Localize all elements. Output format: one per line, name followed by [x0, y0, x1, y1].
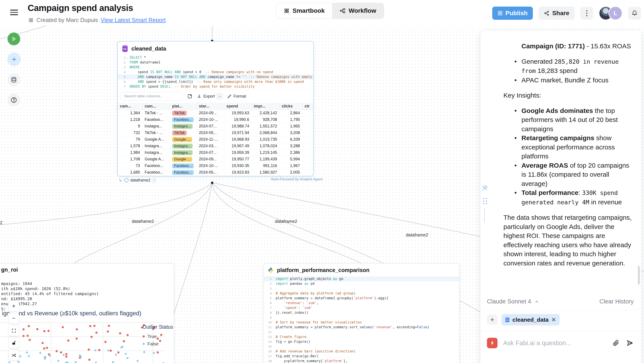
notifications-button[interactable] — [628, 7, 641, 20]
more-menu-button[interactable] — [580, 7, 593, 20]
context-chip-cleaned-data[interactable]: SQL cleaned_data ✕ — [502, 314, 560, 325]
attach-file-button[interactable] — [612, 339, 620, 346]
fit-view-button[interactable] — [8, 325, 19, 336]
fabi-workflow-app: dataframe2dataframe2dataframe22 Campaign… — [0, 0, 644, 363]
code-line[interactable]: 2import pandas as pd — [264, 281, 459, 286]
table-row[interactable]: 1,578Instagra...Instagra...2024-03...19,… — [118, 143, 313, 149]
code-line[interactable]: 7 'spend': 'sum' — [264, 305, 459, 310]
smart-report-link[interactable]: View Latest Smart Report — [100, 17, 166, 24]
clear-history-button[interactable]: Clear History — [600, 298, 634, 305]
platform-pill: Faceboo... — [172, 170, 194, 175]
expand-table-icon[interactable] — [187, 94, 192, 99]
code-line[interactable]: 1⌄SELECT * — [118, 55, 313, 60]
code-line[interactable]: 9 — [264, 315, 459, 320]
legend-dot-false — [142, 343, 145, 345]
play-icon — [11, 36, 17, 42]
publish-button[interactable]: Publish — [492, 7, 533, 20]
code-line[interactable]: 11platform_summary = platform_summary.so… — [264, 325, 459, 329]
download-icon — [197, 94, 202, 99]
lock-button[interactable] — [8, 337, 19, 348]
code-line[interactable]: 17fig.add_trace(go.Bar( — [264, 354, 459, 358]
node-title: platform_performance_comparison — [277, 267, 370, 273]
export-button[interactable]: Export — [197, 93, 223, 99]
chat-scrollbar[interactable] — [638, 266, 640, 284]
column-header[interactable]: plat... — [170, 103, 196, 110]
column-header[interactable]: clicks — [280, 103, 302, 110]
column-header[interactable]: spend — [224, 103, 252, 110]
platform-pill: TikTok — [172, 131, 187, 135]
tab-workflow[interactable]: Workflow — [332, 3, 384, 19]
column-header[interactable]: cam... — [118, 103, 142, 110]
menu-icon[interactable] — [10, 10, 18, 15]
tab-smartbook[interactable]: Smartbook — [276, 3, 332, 19]
code-line[interactable]: 10# Sort by revenue for better visualiza… — [264, 320, 459, 325]
share-button[interactable]: Share — [538, 7, 574, 20]
table-row[interactable]: 1,364TikTok - ...TikTok2024-09...19,993.… — [118, 110, 313, 117]
code-line[interactable]: 5⌄platform_summary = dataframe2.groupby(… — [264, 296, 459, 301]
code-line[interactable]: 3WHERE — [118, 65, 313, 70]
code-line[interactable]: 6 AND spend > {{spend_limit}} -- Keep on… — [118, 79, 313, 84]
export-options-chevron[interactable] — [216, 93, 223, 99]
code-line[interactable]: 7ORDER BY spend DESC; -- Order by spend … — [118, 84, 313, 89]
code-line[interactable]: 14fig = go.Figure() — [264, 339, 459, 344]
zoom-in-button[interactable]: + — [8, 301, 19, 311]
code-line[interactable]: 1import plotly.graph_objects as go — [264, 276, 459, 281]
column-header[interactable]: cam... — [142, 103, 170, 110]
column-header[interactable]: ctr — [302, 103, 313, 110]
drag-handle-icon[interactable]: ⁞ — [153, 178, 156, 183]
table-row[interactable]: 1,218Faceboo...Faceboo...2024-10-...19,9… — [118, 117, 313, 123]
unpin-panel-icon[interactable] — [481, 184, 488, 192]
data-sources-button[interactable] — [8, 73, 20, 86]
add-node-button[interactable] — [8, 53, 21, 66]
send-button[interactable] — [626, 339, 634, 347]
add-context-button[interactable]: + — [487, 314, 498, 325]
run-workflow-button[interactable] — [8, 33, 20, 45]
code-line[interactable]: 4 spend IS NOT NULL AND spend > 0 -- Rem… — [118, 70, 313, 75]
table-row[interactable]: 1,685Faceboo...Faceboo...2024-05...19,92… — [118, 169, 313, 176]
remove-chip-icon[interactable]: ✕ — [551, 316, 556, 323]
table-row[interactable]: 79Google A...Google ...2024-11-...19,968… — [118, 136, 313, 143]
column-header[interactable]: star... — [196, 103, 224, 110]
code-line[interactable]: 6 'revenue': 'sum', — [264, 301, 459, 305]
output-dataframe-label[interactable]: dataframe2 — [130, 178, 150, 183]
panel-drag-handle[interactable] — [482, 197, 488, 205]
legend-item[interactable]: True — [142, 333, 173, 340]
node-platform-performance[interactable]: platform_performance_comparison 1import … — [264, 263, 460, 363]
sql-code-editor[interactable]: 1⌄SELECT *2FROM dataframe13WHERE4 spend … — [118, 53, 313, 89]
chat-transcript[interactable]: Campaign (ID: 1771) - 15.63x ROAS•Genera… — [480, 36, 638, 301]
table-row[interactable]: 732TikTok - ...TikTok2024-05...19,971.94… — [118, 130, 313, 136]
table-row[interactable]: 1,984Instagra...Instagra...2024-07...19,… — [118, 149, 313, 156]
table-row[interactable]: 1,708Google A...Google ...2024-09...19,9… — [118, 156, 313, 163]
shuffle-button[interactable] — [8, 350, 19, 360]
header-actions: Publish Share L — [492, 6, 641, 20]
zoom-out-button[interactable]: − — [8, 313, 19, 324]
auto-focus-badge: Auto-Focused by Analyst Agent — [270, 177, 323, 182]
sql-chip-icon: SQL — [505, 317, 510, 322]
atom-icon — [284, 8, 290, 14]
legend-item[interactable]: False — [142, 340, 173, 348]
code-line[interactable]: 18 y=platform_summary['platform'], — [264, 358, 459, 363]
code-line[interactable]: 15 — [264, 344, 459, 349]
search-input[interactable]: Search table columns... — [121, 92, 183, 101]
code-line[interactable]: 8}).reset_index() — [264, 310, 459, 315]
avatar[interactable]: L — [608, 6, 622, 20]
code-line[interactable]: 2FROM dataframe1 — [118, 60, 313, 65]
panel-resize-indicator[interactable] — [484, 208, 485, 223]
result-table[interactable]: cam...cam...plat...star...spendimpr...cl… — [118, 103, 313, 176]
code-line[interactable]: 13# Create figure — [264, 334, 459, 339]
code-line[interactable]: 16# Add revenue bars (positive direction… — [264, 349, 459, 354]
node-campaign-roi[interactable]: gn_roi mpaigns: 1944 ith ≥$10k spend: 10… — [0, 263, 174, 363]
model-selector[interactable]: Claude Sonnet 4 — [487, 298, 539, 305]
code-line[interactable]: 3 — [264, 286, 459, 291]
help-button[interactable] — [8, 94, 20, 106]
table-row[interactable]: 9Instagra...Instagra...2024-07...19,988.… — [118, 123, 313, 130]
code-line[interactable]: 5 AND campaign_name IS NOT NULL AND camp… — [118, 75, 313, 79]
node-cleaned-data[interactable]: SQL cleaned_data 1⌄SELECT *2FROM datafra… — [117, 41, 314, 176]
code-line[interactable]: 4# Aggregate data by platform (ad group) — [264, 291, 459, 296]
column-header[interactable]: impr... — [252, 103, 280, 110]
code-line[interactable]: 12 — [264, 329, 459, 334]
table-row[interactable]: 73Faceboo...Faceboo...2024-10-...19,930.… — [118, 163, 313, 169]
chat-input[interactable]: Ask Fabi.ai a question... — [503, 339, 607, 347]
python-code-editor[interactable]: 1import plotly.graph_objects as go2impor… — [264, 275, 459, 363]
format-button[interactable]: Format — [227, 94, 246, 99]
